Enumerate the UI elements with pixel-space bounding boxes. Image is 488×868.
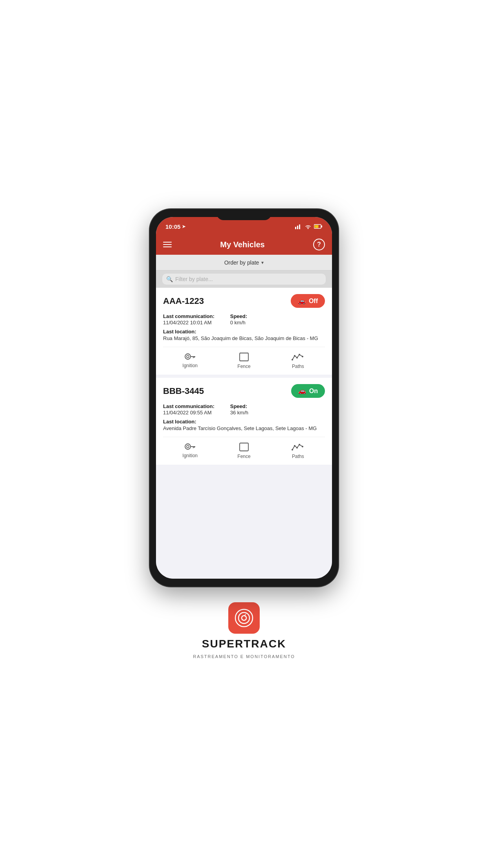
vehicle-plate-2: BBB-3445 <box>163 386 204 396</box>
svg-point-22 <box>302 356 303 357</box>
svg-rect-5 <box>321 226 323 228</box>
phone-screen: 10:05 ➤ <box>156 217 332 579</box>
time-display: 10:05 <box>165 223 180 230</box>
menu-line-3 <box>163 246 172 247</box>
location-label-2: Last location: <box>163 419 325 425</box>
svg-point-20 <box>296 357 298 359</box>
search-icon: 🔍 <box>166 276 173 282</box>
speed-group-2: Speed: 36 km/h <box>230 403 248 416</box>
fence-label-1: Fence <box>237 364 250 369</box>
paths-label-1: Paths <box>292 364 304 369</box>
car-icon-2: 🚗 <box>298 387 306 395</box>
fence-button-1[interactable]: Fence <box>217 347 271 375</box>
svg-point-36 <box>242 616 246 620</box>
paths-label-2: Paths <box>292 454 304 459</box>
brand-name: SUPERTRACK <box>202 638 286 650</box>
wifi-icon <box>305 224 312 229</box>
phone-notch <box>216 209 272 220</box>
vehicle-list: AAA-1223 🚗 Off Last communication: 11/04… <box>156 288 332 579</box>
location-group-1: Last location: Rua Marajó, 85, São Joaqu… <box>163 329 325 342</box>
car-icon-1: 🚗 <box>298 297 306 305</box>
svg-point-31 <box>296 447 298 449</box>
brand-area: SUPERTRACK RASTREAMENTO E MONITORAMENTO <box>193 602 295 659</box>
fence-icon-2 <box>239 443 249 451</box>
svg-point-18 <box>292 359 293 360</box>
sort-chevron-icon: ▾ <box>261 260 264 265</box>
menu-line-1 <box>163 242 172 243</box>
help-label: ? <box>317 241 321 248</box>
speed-value-1: 0 km/h <box>230 320 247 326</box>
vehicle-header-1: AAA-1223 🚗 Off <box>163 294 325 308</box>
ignition-label-1: Ignition <box>182 363 198 368</box>
svg-rect-13 <box>240 353 248 361</box>
comm-value-1: 11/04/2022 10:01 AM <box>163 320 215 326</box>
battery-icon: ⚡ <box>314 224 323 229</box>
status-time: 10:05 ➤ <box>165 223 185 230</box>
vehicle-info-1: Last communication: 11/04/2022 10:01 AM … <box>163 313 325 342</box>
svg-point-23 <box>185 444 191 449</box>
vehicle-card-1: AAA-1223 🚗 Off Last communication: 11/04… <box>156 288 332 375</box>
svg-point-34 <box>235 609 253 627</box>
location-label-1: Last location: <box>163 329 325 335</box>
ignition-button-1[interactable]: Ignition <box>163 347 217 375</box>
status-badge-2: 🚗 On <box>291 384 325 398</box>
svg-text:⚡: ⚡ <box>316 226 319 229</box>
fence-icon-1 <box>239 353 249 361</box>
help-button[interactable]: ? <box>313 239 325 250</box>
brand-sub: RASTREAMENTO E MONITORAMENTO <box>193 654 295 659</box>
speed-label-2: Speed: <box>230 403 248 409</box>
menu-button[interactable] <box>163 242 172 247</box>
svg-point-21 <box>299 354 300 355</box>
svg-point-24 <box>187 445 189 448</box>
key-icon-2 <box>185 443 196 451</box>
svg-rect-0 <box>295 227 296 229</box>
comm-label-1: Last communication: <box>163 313 215 319</box>
search-placeholder: Filter by plate... <box>175 276 213 282</box>
search-input-wrap[interactable]: 🔍 Filter by plate... <box>162 274 326 285</box>
svg-point-35 <box>238 612 250 623</box>
svg-point-3 <box>308 228 309 229</box>
svg-point-9 <box>187 355 189 358</box>
speed-label-1: Speed: <box>230 313 247 319</box>
status-badge-1: 🚗 Off <box>291 294 325 308</box>
fence-label-2: Fence <box>237 454 250 459</box>
brand-logo-svg <box>234 608 254 628</box>
fence-button-2[interactable]: Fence <box>217 437 271 465</box>
location-arrow-icon: ➤ <box>182 224 185 229</box>
key-icon-1 <box>185 353 196 360</box>
menu-line-2 <box>163 244 172 245</box>
signal-icon <box>295 224 302 229</box>
page-wrapper: 10:05 ➤ <box>0 0 488 868</box>
comm-group-2: Last communication: 11/04/2022 09:55 AM <box>163 403 215 416</box>
location-value-1: Rua Marajó, 85, São Joaquim de Bicas, Sã… <box>163 335 325 342</box>
location-group-2: Last location: Avenida Padre Tarcísio Go… <box>163 419 325 432</box>
svg-rect-1 <box>297 226 298 229</box>
status-text-1: Off <box>309 298 318 305</box>
svg-point-8 <box>185 354 191 359</box>
ignition-label-2: Ignition <box>182 453 198 458</box>
app-header: My Vehicles ? <box>156 234 332 255</box>
svg-rect-2 <box>299 224 300 229</box>
svg-point-19 <box>294 355 295 357</box>
status-text-2: On <box>309 388 318 395</box>
vehicle-plate-1: AAA-1223 <box>163 296 204 306</box>
ignition-button-2[interactable]: Ignition <box>163 437 217 465</box>
vehicle-header-2: BBB-3445 🚗 On <box>163 384 325 398</box>
paths-icon-1 <box>292 353 304 361</box>
search-bar: 🔍 Filter by plate... <box>156 270 332 288</box>
paths-button-1[interactable]: Paths <box>271 347 325 375</box>
svg-rect-28 <box>240 443 248 451</box>
app-title: My Vehicles <box>220 240 264 249</box>
speed-value-2: 36 km/h <box>230 410 248 416</box>
comm-value-2: 11/04/2022 09:55 AM <box>163 410 215 416</box>
action-row-2: Ignition Fence <box>163 437 325 465</box>
svg-point-29 <box>292 449 293 451</box>
brand-logo <box>228 602 260 634</box>
info-row-2: Last communication: 11/04/2022 09:55 AM … <box>163 403 325 416</box>
sort-bar[interactable]: Order by plate ▾ <box>156 255 332 270</box>
phone-shell: 10:05 ➤ <box>150 209 338 587</box>
vehicle-card-2: BBB-3445 🚗 On Last communication: 11/04/… <box>156 378 332 465</box>
paths-button-2[interactable]: Paths <box>271 437 325 465</box>
speed-group-1: Speed: 0 km/h <box>230 313 247 326</box>
action-row-1: Ignition Fence <box>163 347 325 375</box>
